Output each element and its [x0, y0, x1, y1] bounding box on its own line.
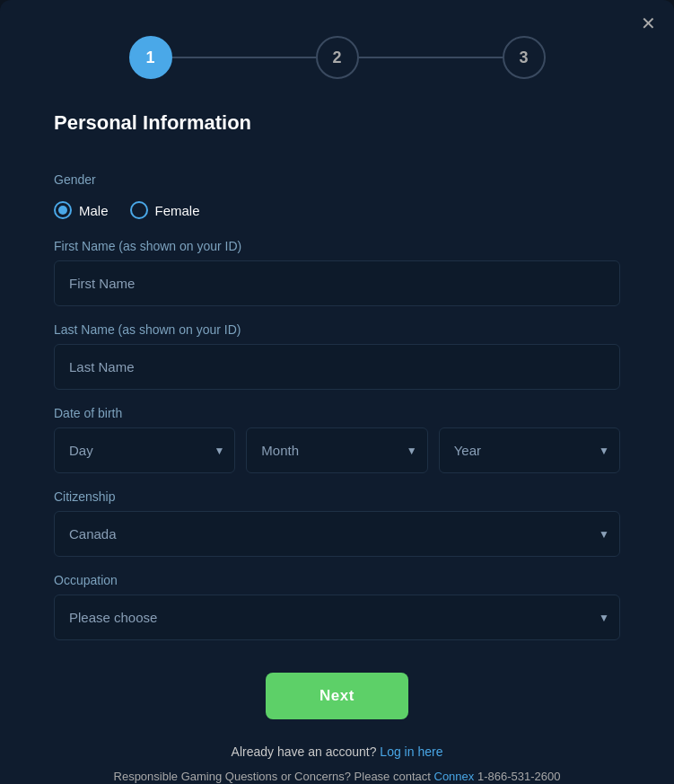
gender-male-radio[interactable]: [54, 201, 72, 219]
citizenship-select[interactable]: Canada United States Other: [54, 511, 620, 557]
footer-account: Already have an account? Log in here: [54, 744, 620, 759]
occupation-select[interactable]: Please choose Employed Self-Employed Stu…: [54, 595, 620, 640]
first-name-label: First Name (as shown on your ID): [54, 239, 620, 253]
day-select[interactable]: Day: [54, 427, 235, 473]
modal-container: ✕ 1 2 3 Personal Information Gender Male…: [0, 0, 674, 784]
gender-female-label: Female: [155, 203, 200, 218]
dob-row: Day ▼ Month ▼ Year ▼: [54, 427, 620, 473]
gender-female-radio[interactable]: [130, 201, 148, 219]
phone-text: 1-866-531-2600: [477, 770, 561, 783]
step-line-1: [172, 57, 316, 58]
occupation-select-wrap: Please choose Employed Self-Employed Stu…: [54, 595, 620, 640]
citizenship-label: Citizenship: [54, 489, 620, 504]
gender-female-option[interactable]: Female: [130, 201, 200, 219]
year-select-wrap: Year ▼: [439, 427, 620, 473]
first-name-input[interactable]: [54, 260, 620, 306]
close-button[interactable]: ✕: [641, 14, 656, 32]
section-title: Personal Information: [54, 111, 620, 135]
dob-label: Date of birth: [54, 406, 620, 420]
month-select-wrap: Month ▼: [246, 427, 427, 473]
step-1: 1: [129, 36, 172, 79]
last-name-label: Last Name (as shown on your ID): [54, 322, 620, 337]
footer-responsible: Responsible Gaming Questions or Concerns…: [54, 770, 620, 783]
year-select[interactable]: Year: [439, 427, 620, 473]
gender-options: Male Female: [54, 201, 620, 219]
gender-male-label: Male: [79, 203, 109, 218]
day-select-wrap: Day ▼: [54, 427, 235, 473]
step-3: 3: [503, 36, 546, 79]
step-2: 2: [316, 36, 359, 79]
responsible-gaming-text: Responsible Gaming Questions or Concerns…: [114, 770, 431, 783]
gender-label: Gender: [54, 172, 620, 187]
occupation-label: Occupation: [54, 573, 620, 587]
month-select[interactable]: Month: [246, 427, 427, 473]
last-name-input[interactable]: [54, 344, 620, 390]
connex-link[interactable]: Connex: [434, 770, 475, 783]
stepper: 1 2 3: [54, 36, 620, 79]
already-account-text: Already have an account?: [232, 744, 377, 759]
gender-male-option[interactable]: Male: [54, 201, 109, 219]
citizenship-select-wrap: Canada United States Other ▼: [54, 511, 620, 557]
step-line-2: [359, 57, 503, 58]
login-link[interactable]: Log in here: [380, 744, 442, 759]
next-button[interactable]: Next: [266, 673, 408, 719]
